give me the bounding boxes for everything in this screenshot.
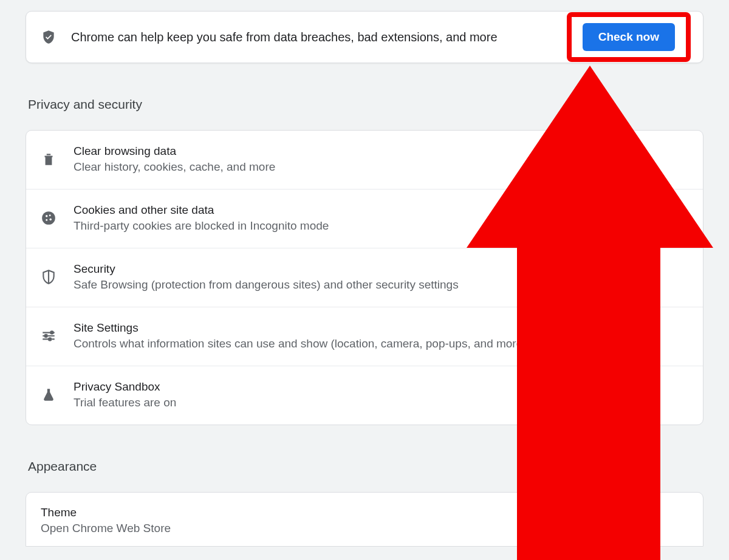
row-clear-browsing-data[interactable]: Clear browsing data Clear history, cooki… [26, 131, 703, 190]
row-subtitle: Trial features are on [74, 396, 688, 409]
theme-title: Theme [41, 506, 688, 519]
row-subtitle: Third-party cookies are blocked in Incog… [74, 219, 688, 233]
cookie-icon [41, 210, 56, 226]
shield-check-icon [41, 29, 56, 45]
row-subtitle: Safe Browsing (protection from dangerous… [74, 278, 688, 292]
row-privacy-sandbox[interactable]: Privacy Sandbox Trial features are on [26, 366, 703, 425]
svg-point-5 [50, 331, 53, 333]
check-now-button[interactable]: Check now [583, 23, 675, 51]
svg-point-4 [46, 219, 47, 221]
svg-point-0 [42, 211, 55, 225]
row-title: Privacy Sandbox [74, 380, 688, 394]
row-title: Security [74, 262, 688, 276]
privacy-security-list: Clear browsing data Clear history, cooki… [26, 130, 703, 425]
row-title: Cookies and other site data [74, 203, 688, 217]
row-site-settings[interactable]: Site Settings Controls what information … [26, 307, 703, 366]
svg-point-1 [46, 215, 47, 217]
safety-check-card: Chrome can help keep you safe from data … [26, 11, 703, 63]
shield-outline-icon [41, 269, 56, 285]
flask-icon [41, 387, 56, 403]
row-cookies[interactable]: Cookies and other site data Third-party … [26, 190, 703, 248]
safety-message: Chrome can help keep you safe from data … [71, 30, 567, 44]
sliders-icon [41, 328, 56, 344]
theme-subtitle: Open Chrome Web Store [41, 522, 688, 535]
section-appearance-title: Appearance [28, 459, 703, 474]
svg-point-3 [50, 218, 52, 220]
row-security[interactable]: Security Safe Browsing (protection from … [26, 248, 703, 307]
svg-point-2 [49, 214, 51, 216]
row-title: Site Settings [74, 321, 688, 335]
row-theme[interactable]: Theme Open Chrome Web Store [26, 492, 703, 547]
row-subtitle: Controls what information sites can use … [74, 337, 688, 350]
trash-icon [41, 151, 56, 167]
row-title: Clear browsing data [74, 145, 688, 158]
svg-point-6 [45, 335, 47, 337]
row-subtitle: Clear history, cookies, cache, and more [74, 160, 688, 174]
svg-point-7 [49, 338, 51, 340]
section-privacy-title: Privacy and security [28, 97, 703, 112]
annotation-highlight-box: Check now [567, 12, 691, 62]
